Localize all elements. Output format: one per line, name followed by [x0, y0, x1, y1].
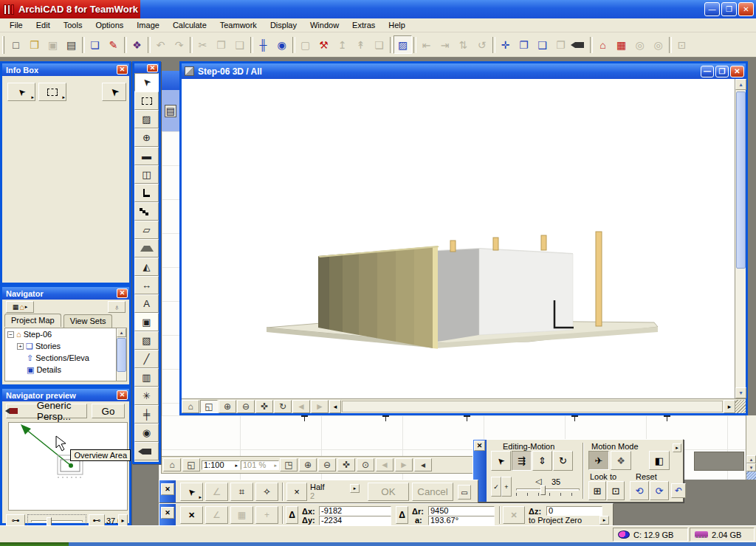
3d-projection-button[interactable]: ❐: [515, 35, 533, 54]
distribute-button[interactable]: ⇅: [454, 35, 472, 54]
menu-image[interactable]: Image: [130, 19, 166, 31]
show-all-button[interactable]: ⌂: [594, 35, 612, 54]
3d-window-titlebar[interactable]: Step-06 3D / All — ❐ ✕: [182, 63, 746, 79]
scroll-down-button[interactable]: ▾: [735, 387, 746, 398]
close-button[interactable]: ✕: [738, 2, 754, 16]
menu-teamwork[interactable]: Teamwork: [213, 19, 264, 31]
restore-button[interactable]: ❐: [721, 2, 737, 16]
path-add-button[interactable]: +: [501, 477, 512, 497]
turn-mode-button[interactable]: ↻: [553, 451, 573, 471]
separator[interactable]: [667, 35, 673, 54]
coordinate-box-close-button[interactable]: ✕: [161, 507, 174, 519]
ok-button[interactable]: OK: [368, 483, 409, 501]
scroll-up-button[interactable]: ▴: [746, 455, 756, 463]
navigator-close-button[interactable]: ✕: [117, 288, 128, 298]
path-check-button[interactable]: ✓: [491, 477, 501, 497]
3d-restore-button[interactable]: ❐: [715, 66, 729, 77]
plan-navigator-button[interactable]: ⌂: [163, 458, 181, 471]
control-box-close-button[interactable]: ✕: [161, 483, 174, 495]
look-to-horizontal-button[interactable]: ⊞: [588, 481, 606, 500]
find-select-button[interactable]: ◉: [272, 35, 291, 54]
stair-tool[interactable]: [134, 202, 159, 221]
menu-window[interactable]: Window: [303, 19, 346, 31]
separator[interactable]: [146, 35, 151, 54]
plan-window-titlebar-fragment[interactable]: [161, 71, 180, 90]
next-view-button[interactable]: ►: [311, 400, 329, 413]
hscroll-right-button[interactable]: ▸: [724, 400, 735, 413]
expand-icon[interactable]: +: [17, 343, 24, 350]
align-right-button[interactable]: ⇥: [436, 35, 454, 54]
fly-mode-button[interactable]: ✈: [588, 451, 609, 470]
plan-prev-zoom-button[interactable]: ◄: [376, 458, 394, 471]
tree-scroll-thumb[interactable]: [117, 338, 126, 372]
separator[interactable]: [291, 35, 296, 54]
separator[interactable]: [123, 35, 128, 54]
object-tool[interactable]: [134, 184, 159, 202]
send-up-button[interactable]: ↟: [351, 35, 370, 54]
relative-xy-button[interactable]: Δ: [286, 506, 298, 524]
tree-item-sections[interactable]: ⇧ Sections/Eleva: [5, 352, 126, 364]
navigator-titlebar[interactable]: Navigator ✕: [2, 287, 129, 300]
pan-button[interactable]: ✜: [255, 400, 273, 413]
plan-scale-chip[interactable]: 1:100 ▸: [202, 460, 240, 470]
teamwork-pen-button[interactable]: ✎: [104, 35, 123, 54]
palette-shape-toggle-button[interactable]: ▭: [458, 485, 471, 500]
snap-point-button[interactable]: ×: [286, 483, 307, 501]
elevate-mode-button[interactable]: ⇕: [532, 451, 552, 471]
navigator-preview-button[interactable]: ⌂: [182, 400, 199, 413]
grid-switch-button[interactable]: ▦: [230, 506, 253, 524]
menu-help[interactable]: Help: [382, 19, 412, 31]
save-button[interactable]: ▣: [44, 35, 62, 54]
info-box-close-button[interactable]: ✕: [117, 65, 128, 75]
plan-zoom-select-button[interactable]: ◳: [280, 458, 298, 471]
relative-construction-button[interactable]: ➤ ▸: [180, 483, 203, 501]
scroll-up-button[interactable]: ▴: [117, 328, 126, 337]
hotspot-tool[interactable]: ✳: [134, 387, 159, 405]
marquee-tool[interactable]: [134, 91, 159, 110]
camera-tool[interactable]: [134, 442, 159, 460]
print-button[interactable]: ▤: [62, 35, 80, 54]
tree-item-stories[interactable]: + ❏ Stories: [5, 340, 126, 352]
scroll-down-button[interactable]: ▾: [746, 463, 756, 471]
scroll-up-button[interactable]: ▴: [735, 79, 746, 90]
plan-next-zoom-button[interactable]: ►: [395, 458, 413, 471]
open-button[interactable]: ❒: [25, 35, 44, 54]
dimension-settings-button[interactable]: ╫: [254, 35, 272, 54]
plan-zoom-in-button[interactable]: ⊕: [299, 458, 317, 471]
wall-tool[interactable]: ▨: [134, 110, 159, 128]
plane-motion-button[interactable]: ❖: [611, 451, 631, 470]
text-tool[interactable]: A: [134, 294, 159, 313]
z-origin-button[interactable]: ✕: [503, 506, 525, 524]
dr-field[interactable]: 9450: [428, 506, 495, 516]
edit-elements-mode-button[interactable]: ➤: [491, 451, 511, 471]
dz-field[interactable]: 0: [546, 506, 602, 516]
3d-navigation-close-button[interactable]: ✕: [474, 440, 485, 451]
app-titlebar[interactable]: ArchiCAD 8 for TeamWork — ❐ ✕: [0, 0, 756, 18]
separator[interactable]: [412, 35, 417, 54]
separator[interactable]: [388, 35, 394, 54]
figure-tool[interactable]: ▥: [134, 368, 159, 387]
tree-vscrollbar[interactable]: ▴: [116, 328, 126, 381]
hscroll-left-button[interactable]: ◂: [329, 400, 341, 413]
cancel-button[interactable]: Cancel: [412, 483, 453, 501]
active-tool-indicator[interactable]: ➤: [102, 83, 126, 101]
duplicate-button[interactable]: ❏: [370, 35, 388, 54]
3d-page-button[interactable]: ❐: [551, 35, 570, 54]
arrow-tool[interactable]: ➤: [134, 73, 159, 91]
workspace-button[interactable]: ❖: [128, 35, 146, 54]
toolbox-titlebar[interactable]: ✕: [134, 63, 159, 73]
plan-zoom-chip[interactable]: 101 % ▸: [241, 460, 279, 470]
menu-extras[interactable]: Extras: [346, 19, 382, 31]
preview-view-selector-button[interactable]: Generic Persp...: [6, 404, 87, 418]
rotate-button[interactable]: ↺: [472, 35, 491, 54]
a-field[interactable]: 193.67°: [428, 516, 495, 525]
previous-view-button[interactable]: ◄: [292, 400, 310, 413]
reset-walk-button[interactable]: ⟲: [630, 481, 649, 500]
zone-tool[interactable]: ▣: [134, 313, 159, 331]
z-reference-flyout-button[interactable]: ▸: [599, 516, 609, 525]
menu-tools[interactable]: Tools: [57, 19, 89, 31]
selection-method-button[interactable]: ➤ ▸: [7, 83, 35, 101]
menu-edit[interactable]: Edit: [30, 19, 57, 31]
plan-pan-button[interactable]: ✜: [337, 458, 355, 471]
dimension-tool[interactable]: ↔: [134, 276, 159, 294]
